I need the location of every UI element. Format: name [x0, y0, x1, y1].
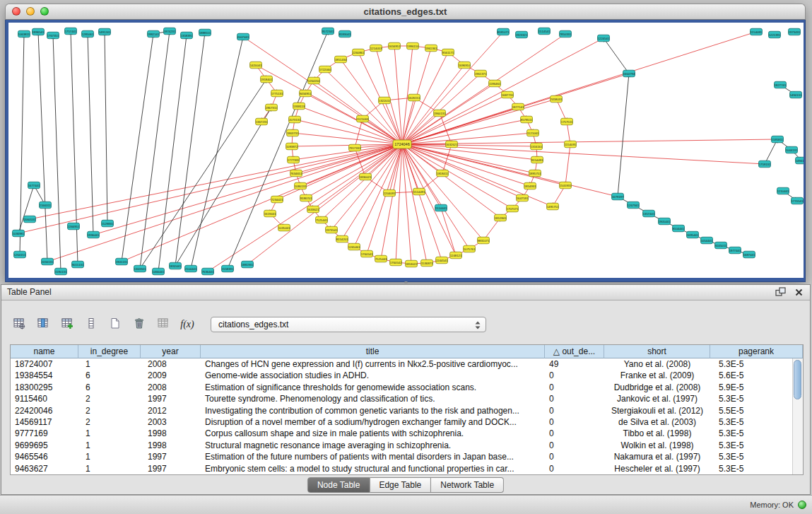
column-header-year[interactable]: year — [141, 345, 201, 358]
graph-node[interactable]: 1696910 — [459, 62, 471, 69]
table-panel-header[interactable]: Table Panel — [1, 285, 810, 300]
graph-node[interactable]: 1722060 — [319, 66, 331, 73]
table-row[interactable]: 946362711997Embryonic stem cells: a mode… — [11, 463, 792, 474]
graph-node[interactable]: 7850331 — [560, 30, 572, 37]
table-row[interactable]: 1872400712008Changes of HCN gene express… — [11, 358, 792, 370]
table-vertical-scrollbar[interactable] — [792, 358, 803, 474]
graph-node[interactable]: 1724046 — [393, 140, 411, 148]
cell-year[interactable]: 2003 — [141, 416, 201, 428]
cell-pagerank[interactable]: 5.3E-5 — [710, 393, 792, 404]
cell-title[interactable]: Tourette syndrome. Phenomenology and cla… — [201, 393, 545, 404]
cell-short[interactable]: Franke et al. (2009) — [604, 370, 710, 381]
cell-pagerank[interactable]: 5.3E-5 — [710, 451, 792, 462]
graph-node[interactable]: 1677441 — [28, 182, 40, 189]
column-header-name[interactable]: name — [11, 345, 78, 358]
cell-year[interactable]: 1997 — [141, 393, 201, 404]
cell-title[interactable]: Changes of HCN gene expression and I(f) … — [201, 358, 545, 370]
graph-node[interactable]: 1982141 — [148, 30, 160, 37]
function-builder-button[interactable]: f(x) — [178, 316, 196, 333]
column-header-in_degree[interactable]: in_degree — [78, 345, 141, 358]
graph-node[interactable]: 1777935 — [288, 156, 300, 163]
graph-node[interactable]: 1619441 — [264, 210, 276, 217]
graph-node[interactable]: 2260861 — [353, 49, 365, 56]
cell-title[interactable]: Estimation of the future numbers of pati… — [201, 451, 545, 462]
graph-node[interactable]: 1063811 — [18, 30, 30, 37]
graph-node[interactable]: 1264200 — [308, 77, 320, 84]
graph-node[interactable]: 1770541 — [792, 197, 804, 204]
graph-node[interactable]: 1664794 — [623, 70, 635, 77]
cell-in_degree[interactable]: 6 — [78, 382, 141, 393]
table-row[interactable]: 1938455462009Genome-wide association stu… — [11, 370, 792, 381]
graph-node[interactable]: 1827741 — [775, 81, 787, 88]
table-row[interactable]: 969969511998Structural magnetic resonanc… — [11, 440, 792, 451]
cell-title[interactable]: Genome-wide association studies in ADHD. — [201, 370, 545, 381]
graph-node[interactable]: 1054441 — [701, 237, 713, 244]
cell-pagerank[interactable]: 5.3E-5 — [710, 428, 792, 439]
graph-node[interactable]: 1960131 — [434, 110, 446, 117]
graph-node[interactable]: 1760541 — [361, 250, 373, 257]
graph-node[interactable]: 9245011 — [715, 242, 727, 249]
cell-short[interactable]: Hescheler et al. (1997) — [604, 463, 710, 474]
cell-pagerank[interactable]: 5.9E-5 — [710, 382, 792, 393]
graph-node[interactable]: 1936441 — [88, 231, 100, 238]
graph-node[interactable]: 9434951 — [300, 90, 312, 97]
cell-name[interactable]: 9777169 — [11, 428, 78, 439]
graph-node[interactable]: 7458031 — [551, 95, 563, 103]
graph-node[interactable]: 1529831 — [102, 220, 114, 227]
graph-node[interactable]: 1495751 — [547, 203, 559, 210]
float-panel-icon[interactable] — [775, 286, 786, 298]
graph-node[interactable]: 1923321 — [516, 31, 528, 38]
graph-node[interactable]: 1214053 — [370, 45, 382, 52]
graph-node[interactable]: 1918401 — [261, 76, 273, 83]
cell-year[interactable]: 2008 — [141, 382, 201, 393]
cell-out_de[interactable]: 0 — [545, 416, 604, 428]
cell-year[interactable]: 1998 — [141, 428, 201, 439]
cell-pagerank[interactable]: 5.3E-5 — [710, 416, 792, 428]
graph-node[interactable]: 1358391 — [181, 32, 193, 39]
graph-node[interactable]: 1695441 — [687, 231, 699, 238]
cell-in_degree[interactable]: 2 — [78, 405, 141, 416]
graph-node[interactable]: 1977441 — [729, 247, 741, 254]
table-row[interactable]: 1830029562008Estimation of significance … — [11, 382, 792, 393]
graph-node[interactable]: 1905131 — [116, 258, 128, 265]
cell-name[interactable]: 22420046 — [11, 405, 78, 416]
graph-node[interactable]: 8104441 — [673, 225, 685, 232]
graph-node[interactable]: 7234421 — [271, 196, 283, 203]
graph-node[interactable]: 1757511 — [561, 118, 573, 125]
cell-name[interactable]: 9463627 — [11, 463, 78, 474]
row-tools-button[interactable] — [82, 316, 100, 333]
graph-node[interactable]: 1285061 — [82, 30, 94, 37]
graph-node[interactable]: 2204091 — [384, 189, 396, 197]
graph-node[interactable]: 1044131 — [786, 146, 798, 153]
graph-node[interactable]: 1888111 — [199, 29, 211, 36]
cell-short[interactable]: Yano et al. (2008) — [604, 358, 710, 370]
cell-year[interactable]: 1997 — [141, 451, 201, 462]
graph-node[interactable]: 7525441 — [316, 216, 328, 223]
scrollbar-thumb[interactable] — [794, 360, 801, 399]
cell-name[interactable]: 9699695 — [11, 440, 78, 451]
graph-node[interactable]: 1818411 — [437, 170, 449, 177]
graph-node[interactable]: 1494132 — [796, 157, 804, 164]
graph-node[interactable]: 8183041 — [339, 30, 351, 37]
graph-node[interactable]: 1767351 — [47, 32, 59, 39]
graph-node[interactable]: 1093872 — [286, 143, 298, 150]
cell-year[interactable]: 1998 — [141, 440, 201, 451]
graph-node[interactable]: 7634651 — [290, 170, 302, 177]
graph-node[interactable]: 1121061 — [527, 129, 539, 136]
graph-node[interactable]: 8154201 — [336, 235, 348, 243]
column-header-title[interactable]: title — [201, 345, 545, 358]
graph-node[interactable]: 1961371 — [475, 70, 487, 77]
graph-node[interactable]: 1186461 — [489, 80, 501, 87]
column-header-out_de[interactable]: △ out_de... — [545, 345, 604, 358]
graph-node[interactable]: 1075761 — [464, 245, 476, 252]
graph-node[interactable]: 1851434 — [335, 56, 347, 63]
cell-name[interactable]: 14569117 — [11, 416, 78, 428]
graph-node[interactable]: 1590131 — [55, 268, 67, 275]
graph-node[interactable]: 7525443 — [375, 255, 387, 262]
network-canvas[interactable]: 1724046185143417220601264200943495119381… — [8, 23, 804, 278]
show-columns-button[interactable] — [34, 316, 52, 333]
create-table-button[interactable] — [106, 316, 124, 333]
table-row[interactable]: 977716911998Corpus callosum shape and si… — [11, 428, 792, 439]
cell-in_degree[interactable]: 1 — [78, 428, 141, 439]
graph-node[interactable]: 1536871 — [421, 259, 433, 267]
